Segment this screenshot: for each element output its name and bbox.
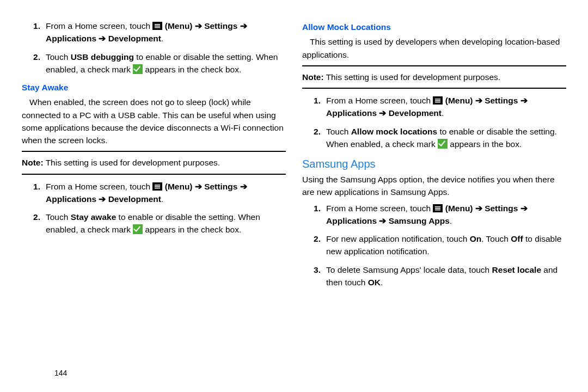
step-text: Touch USB debugging to enable or disable…: [46, 51, 286, 76]
step-item: 3. To delete Samsung Apps' locale data, …: [302, 264, 566, 289]
heading-samsung-apps: Samsung Apps: [302, 156, 566, 172]
steps-stay-awake: 1. From a Home screen, touch (Menu) ➔ Se…: [22, 180, 286, 236]
menu-icon: [152, 22, 162, 30]
note-label: Note:: [302, 72, 324, 82]
step-item: 1. From a Home screen, touch (Menu) ➔ Se…: [302, 202, 566, 228]
step-item: 2. Touch Allow mock locations to enable …: [302, 125, 566, 151]
step-text: From a Home screen, touch (Menu) ➔ Setti…: [46, 180, 286, 206]
note-text: This setting is used for development pur…: [44, 158, 220, 167]
step-text: From a Home screen, touch (Menu) ➔ Setti…: [326, 94, 566, 120]
samsung-description: Using the Samsung Apps option, the devic…: [302, 173, 566, 199]
step-text: From a Home screen, touch (Menu) ➔ Setti…: [326, 202, 566, 228]
step-item: 2. Touch Stay awake to enable or disable…: [22, 211, 286, 236]
checkmark-icon: [438, 139, 448, 149]
note-label: Note:: [22, 158, 44, 167]
page-number: 144: [54, 367, 67, 379]
step-text: Touch Allow mock locations to enable or …: [326, 125, 566, 151]
steps-usb-debugging: 1. From a Home screen, touch (Menu) ➔ Se…: [22, 20, 286, 76]
step-number: 2.: [22, 51, 46, 76]
step-number: 1.: [22, 20, 46, 45]
steps-samsung-apps: 1. From a Home screen, touch (Menu) ➔ Se…: [302, 202, 566, 289]
step-item: 1. From a Home screen, touch (Menu) ➔ Se…: [22, 180, 286, 206]
heading-stay-awake: Stay Awake: [22, 81, 286, 94]
step-item: 2. Touch USB debugging to enable or disa…: [22, 51, 286, 76]
step-number: 2.: [22, 211, 46, 236]
step-text: From a Home screen, touch (Menu) ➔ Setti…: [46, 20, 286, 45]
step-number: 1.: [302, 94, 326, 120]
note-block: Note: This setting is used for developme…: [22, 151, 286, 174]
stay-awake-description: When enabled, the screen does not go to …: [22, 96, 286, 146]
mock-description: This setting is used by developers when …: [302, 35, 566, 61]
step-number: 2.: [302, 125, 326, 151]
steps-mock-locations: 1. From a Home screen, touch (Menu) ➔ Se…: [302, 94, 566, 150]
step-text: Touch Stay awake to enable or disable th…: [46, 211, 286, 236]
step-item: 1. From a Home screen, touch (Menu) ➔ Se…: [302, 94, 566, 120]
checkmark-icon: [133, 64, 143, 74]
menu-icon: [433, 96, 443, 105]
step-item: 2. For new application notification, tou…: [302, 232, 566, 258]
step-text: For new application notification, touch …: [326, 232, 566, 258]
note-text: This setting is used for development pur…: [324, 72, 501, 82]
menu-icon: [152, 182, 162, 191]
step-number: 3.: [302, 264, 326, 289]
step-number: 1.: [302, 202, 326, 228]
right-column: Allow Mock Locations This setting is use…: [302, 16, 566, 381]
step-number: 2.: [302, 232, 326, 258]
step-item: 1. From a Home screen, touch (Menu) ➔ Se…: [22, 20, 286, 45]
left-column: 1. From a Home screen, touch (Menu) ➔ Se…: [22, 16, 286, 381]
menu-icon: [433, 204, 443, 212]
step-text: To delete Samsung Apps' locale data, tou…: [326, 264, 566, 289]
checkmark-icon: [133, 224, 143, 234]
note-block: Note: This setting is used for developme…: [302, 65, 566, 89]
step-number: 1.: [22, 180, 46, 206]
heading-allow-mock: Allow Mock Locations: [302, 21, 566, 33]
